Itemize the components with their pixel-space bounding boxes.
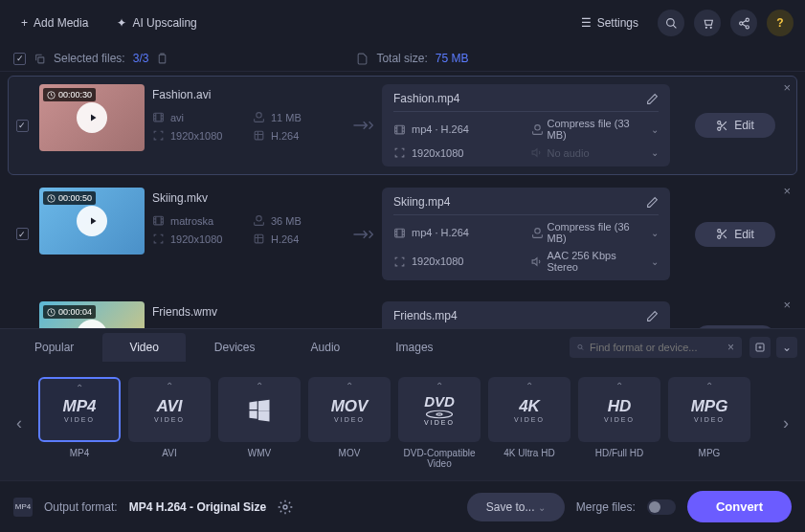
svg-point-0	[666, 18, 674, 26]
compress-dropdown[interactable]: Compress file (33 MB)⌄	[531, 118, 660, 141]
select-all-checkbox[interactable]: ✓	[13, 53, 26, 65]
format-card-hd[interactable]: ⌃ HDVIDEO HD/Full HD	[578, 377, 660, 469]
svg-point-1	[705, 27, 706, 28]
cards-prev-button[interactable]: ‹	[8, 394, 31, 452]
output-panel: Fashion.mp4 mp4 · H.264 Compress file (3…	[382, 84, 670, 166]
source-resolution: 1920x1080	[152, 129, 243, 142]
source-size: 11 MB	[253, 111, 344, 123]
format-card-wmv[interactable]: ⌃ WMV	[218, 377, 301, 469]
svg-point-4	[739, 21, 742, 24]
format-search-input[interactable]	[590, 342, 722, 353]
help-button[interactable]: ?	[767, 10, 794, 36]
source-container: matroska	[152, 214, 243, 227]
gear-icon[interactable]	[278, 499, 293, 515]
search-icon	[577, 342, 584, 353]
format-tabs: Popular Video Devices Audio Images × ⌄	[0, 329, 805, 366]
add-media-label: Add Media	[34, 16, 88, 30]
svg-point-34	[426, 410, 452, 418]
source-resolution: 1920x1080	[152, 233, 243, 245]
ai-upscaling-label: AI Upscaling	[132, 16, 196, 30]
svg-point-5	[746, 25, 749, 28]
output-filename: Skiing.mp4	[393, 195, 638, 209]
format-caption: HD/Full HD	[595, 448, 644, 458]
file-row[interactable]: × ✓ 00:00:50 Skiing.mkv matroska 36 MB 1…	[8, 179, 797, 289]
format-card-mpg[interactable]: ⌃ MPGVIDEO MPG	[668, 377, 750, 469]
format-card-avi[interactable]: ⌃ AVIVIDEO AVI	[128, 377, 211, 469]
format-card-mp4[interactable]: ⌃ MP4VIDEO MP4	[38, 377, 121, 469]
format-search[interactable]: ×	[570, 337, 742, 358]
clipboard-icon[interactable]	[156, 53, 168, 65]
source-container: avi	[152, 111, 243, 123]
selected-count: 3/3	[133, 52, 149, 65]
cart-button[interactable]	[694, 10, 721, 36]
add-media-button[interactable]: + Add Media	[11, 11, 98, 34]
compress-dropdown[interactable]: Compress file (36 MB)⌄	[531, 221, 660, 244]
svg-point-14	[718, 121, 721, 123]
source-info: Skiing.mkv matroska 36 MB 1920x1080 H.26…	[152, 188, 344, 280]
copy-icon	[34, 53, 46, 65]
convert-button[interactable]: Convert	[687, 491, 792, 522]
rename-button[interactable]	[646, 196, 659, 209]
audio-dropdown[interactable]: No audio⌄	[531, 146, 660, 159]
chevron-up-icon: ⌃	[525, 381, 533, 391]
ai-upscaling-button[interactable]: ✦ AI Upscaling	[107, 11, 206, 34]
format-card-dvd[interactable]: ⌃ DVDVIDEO DVD-Compatible Video	[398, 377, 481, 469]
tab-images[interactable]: Images	[369, 333, 459, 362]
remove-file-button[interactable]: ×	[783, 184, 791, 198]
output-format: mp4 · H.264	[393, 118, 522, 141]
edit-button[interactable]: Edit	[695, 222, 775, 247]
chevron-up-icon: ⌃	[705, 381, 713, 391]
format-caption: 4K Ultra HD	[503, 448, 554, 458]
plus-icon: +	[21, 16, 28, 30]
tab-video[interactable]: Video	[102, 333, 185, 362]
play-button[interactable]	[77, 206, 107, 236]
play-button[interactable]	[77, 320, 107, 328]
format-card-4k[interactable]: ⌃ 4KVIDEO 4K Ultra HD	[488, 377, 570, 469]
tab-audio[interactable]: Audio	[284, 333, 368, 362]
settings-button[interactable]: ☰ Settings	[571, 11, 648, 34]
format-caption: MOV	[339, 448, 361, 458]
edit-button[interactable]: Edit	[695, 113, 775, 138]
output-panel: Skiing.mp4 mp4 · H.264 Compress file (36…	[382, 188, 670, 280]
cards-next-button[interactable]: ›	[774, 394, 797, 452]
file-checkbox[interactable]: ✓	[16, 120, 29, 132]
expand-presets-button[interactable]	[749, 337, 771, 358]
tab-devices[interactable]: Devices	[188, 333, 282, 362]
rename-button[interactable]	[646, 93, 659, 105]
chevron-up-icon: ⌃	[166, 381, 173, 391]
clear-search-icon[interactable]: ×	[727, 341, 734, 354]
chevron-up-icon: ⌃	[436, 381, 443, 391]
svg-point-32	[578, 344, 582, 348]
format-panel: Popular Video Devices Audio Images × ⌄ ‹…	[0, 328, 805, 480]
merge-toggle[interactable]	[647, 499, 676, 515]
edit-button[interactable]: Edit	[695, 325, 775, 329]
format-card-mov[interactable]: ⌃ MOVVIDEO MOV	[308, 377, 391, 469]
arrow-icon	[344, 84, 382, 166]
chevron-up-icon: ⌃	[615, 381, 623, 391]
svg-rect-11	[255, 131, 263, 140]
search-button[interactable]	[658, 10, 684, 36]
play-button[interactable]	[77, 102, 107, 133]
collapse-panel-button[interactable]: ⌄	[776, 337, 797, 358]
file-row[interactable]: × ✓ 00:00:04 Friends.wmv asf 3 MB 1920x1…	[8, 293, 797, 328]
file-row[interactable]: × ✓ 00:00:30 Fashion.avi avi 11 MB 1920x…	[8, 76, 797, 175]
remove-file-button[interactable]: ×	[783, 298, 791, 312]
source-size: 36 MB	[253, 214, 344, 227]
svg-rect-20	[395, 229, 405, 237]
audio-dropdown[interactable]: AAC 256 Kbps Stereo⌄	[531, 250, 660, 273]
rename-button[interactable]	[646, 310, 659, 322]
format-caption: WMV	[248, 448, 271, 458]
tab-popular[interactable]: Popular	[8, 333, 101, 362]
menu-icon: ☰	[581, 16, 592, 30]
remove-file-button[interactable]: ×	[783, 80, 791, 95]
file-checkbox[interactable]: ✓	[16, 228, 29, 240]
source-filename: Friends.wmv	[152, 305, 344, 319]
svg-point-15	[718, 127, 721, 130]
total-value: 75 MB	[436, 52, 469, 65]
svg-rect-9	[154, 113, 164, 122]
top-bar: + Add Media ✦ AI Upscaling ☰ Settings ?	[0, 0, 805, 46]
file-thumbnail: 00:00:04	[39, 301, 145, 328]
save-to-button[interactable]: Save to... ⌄	[467, 493, 565, 521]
share-button[interactable]	[730, 10, 757, 36]
output-resolution: 1920x1080	[393, 146, 522, 159]
